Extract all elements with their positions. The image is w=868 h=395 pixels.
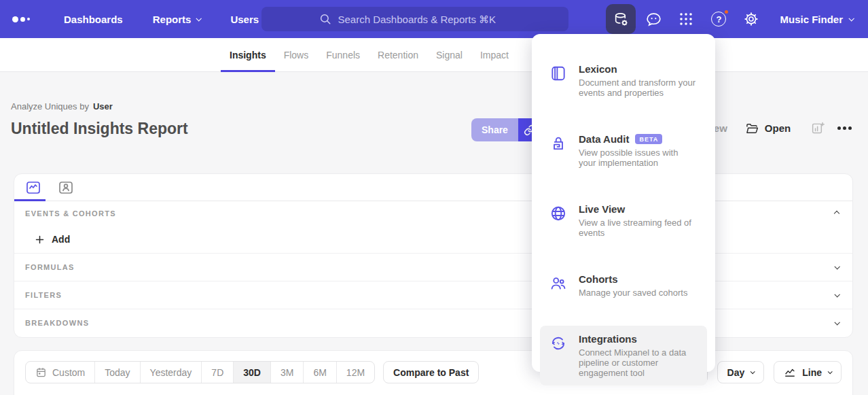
range-12m[interactable]: 12M	[336, 362, 374, 383]
person-square-icon	[58, 179, 74, 196]
query-builder-panel: EVENTS & COHORTS Add FORMULAS FILTERS BR…	[14, 173, 853, 338]
report-tabs: Insights Flows Funnels Retention Signal …	[0, 38, 868, 72]
apps-grid-button[interactable]	[671, 4, 701, 34]
menu-item-data-audit[interactable]: Data Audit BETA View possible issues wit…	[540, 126, 707, 175]
chevron-up-icon	[834, 211, 839, 216]
globe-icon	[549, 203, 567, 238]
chevron-down-icon	[848, 16, 854, 21]
tab-insights[interactable]: Insights	[221, 38, 275, 71]
page-title[interactable]: Untitled Insights Report	[11, 120, 188, 138]
tab-funnels[interactable]: Funnels	[317, 38, 369, 71]
chevron-down-icon	[751, 369, 755, 374]
nav-reports[interactable]: Reports	[138, 0, 216, 38]
folder-icon	[745, 122, 759, 135]
menu-item-desc: View a live streaming feed of events	[579, 218, 695, 238]
analyze-entity-selector[interactable]: User	[93, 101, 113, 111]
tab-flows[interactable]: Flows	[275, 38, 318, 71]
notification-dot	[723, 9, 729, 15]
menu-item-desc: Connect Mixpanel to a data pipeline or c…	[579, 347, 695, 378]
line-chart-square-icon	[25, 179, 41, 196]
settings-button[interactable]	[736, 4, 766, 34]
date-range-segmented-control: Custom Today Yesterday 7D 30D 3M 6M 12M	[25, 361, 375, 383]
sync-arrows-icon	[549, 333, 567, 378]
menu-item-live-view[interactable]: Live View View a live streaming feed of …	[540, 196, 707, 245]
range-6m[interactable]: 6M	[303, 362, 336, 383]
range-yesterday[interactable]: Yesterday	[140, 362, 202, 383]
add-event-button[interactable]: Add	[14, 226, 852, 253]
menu-item-lexicon[interactable]: Lexicon Document and transform your even…	[540, 56, 707, 105]
range-30d[interactable]: 30D	[233, 362, 270, 383]
range-3m[interactable]: 3M	[270, 362, 303, 383]
menu-item-desc: Document and transform your events and p…	[579, 78, 695, 98]
mixpanel-logo-icon[interactable]	[12, 16, 30, 22]
range-7d[interactable]: 7D	[201, 362, 233, 383]
share-button[interactable]: Share	[471, 118, 518, 141]
help-button[interactable]: ?	[704, 4, 734, 34]
plus-icon	[35, 235, 45, 245]
tab-signal[interactable]: Signal	[427, 38, 471, 71]
chart-plus-icon	[811, 121, 825, 135]
data-management-button[interactable]	[606, 4, 636, 34]
section-events-cohorts[interactable]: EVENTS & COHORTS	[14, 201, 852, 226]
section-formulas[interactable]: FORMULAS	[14, 253, 852, 281]
dot-grid-icon	[678, 11, 694, 27]
two-users-icon	[549, 273, 567, 298]
chevron-down-icon	[196, 16, 202, 21]
range-today[interactable]: Today	[94, 362, 139, 383]
analyze-by-row: Analyze Uniques byUser	[11, 101, 113, 111]
project-switcher[interactable]: Music Finder	[769, 14, 860, 25]
active-tab-underline	[14, 199, 46, 201]
calendar-icon	[35, 366, 47, 378]
tab-retention[interactable]: Retention	[369, 38, 427, 71]
add-to-dashboard-button[interactable]	[811, 121, 836, 135]
chevron-down-icon	[834, 292, 839, 297]
chevron-down-icon	[834, 320, 839, 325]
menu-item-title: Lexicon	[579, 63, 617, 75]
book-icon	[549, 63, 567, 98]
search-input[interactable]	[338, 14, 511, 25]
feedback-button[interactable]	[638, 4, 668, 34]
interval-dropdown[interactable]: Day	[717, 361, 765, 383]
data-management-menu: Lexicon Document and transform your even…	[532, 34, 715, 372]
profiles-tab[interactable]	[57, 179, 75, 196]
more-options-button[interactable]	[836, 122, 853, 134]
chevron-down-icon	[834, 264, 839, 269]
chat-smiley-icon	[645, 11, 662, 28]
spiral-lock-icon	[549, 133, 567, 168]
gear-icon	[743, 11, 759, 27]
tab-impact[interactable]: Impact	[471, 38, 518, 71]
chevron-down-icon	[828, 369, 833, 374]
open-report-button[interactable]: Open	[745, 122, 811, 135]
nav-dashboards[interactable]: Dashboards	[49, 0, 138, 38]
menu-item-desc: View possible issues with your implement…	[579, 148, 695, 168]
beta-badge: BETA	[635, 134, 662, 144]
menu-item-integrations[interactable]: Integrations Connect Mixpanel to a data …	[540, 326, 707, 385]
global-search[interactable]	[261, 7, 568, 31]
analyze-prefix: Analyze Uniques by	[11, 101, 89, 111]
chart-toolbar: Custom Today Yesterday 7D 30D 3M 6M 12M …	[14, 350, 853, 395]
section-filters[interactable]: FILTERS	[14, 281, 852, 309]
menu-item-title: Live View	[579, 203, 625, 215]
project-name: Music Finder	[780, 14, 843, 25]
menu-item-cohorts[interactable]: Cohorts Manage your saved cohorts	[540, 266, 707, 305]
range-custom[interactable]: Custom	[26, 362, 94, 383]
compare-to-past-button[interactable]: Compare to Past	[383, 361, 479, 383]
menu-item-title: Integrations	[579, 333, 637, 345]
menu-item-title: Cohorts	[579, 273, 618, 285]
top-navigation: Dashboards Reports Users	[0, 0, 868, 38]
chart-type-dropdown[interactable]: Line	[774, 361, 842, 383]
metrics-tab[interactable]	[24, 179, 42, 196]
database-gear-icon	[613, 11, 630, 28]
search-icon	[319, 13, 331, 25]
menu-item-desc: Manage your saved cohorts	[579, 288, 687, 298]
line-chart-icon	[784, 366, 796, 379]
section-breakdowns[interactable]: BREAKDOWNS	[14, 309, 852, 337]
menu-item-title: Data Audit	[579, 133, 629, 145]
